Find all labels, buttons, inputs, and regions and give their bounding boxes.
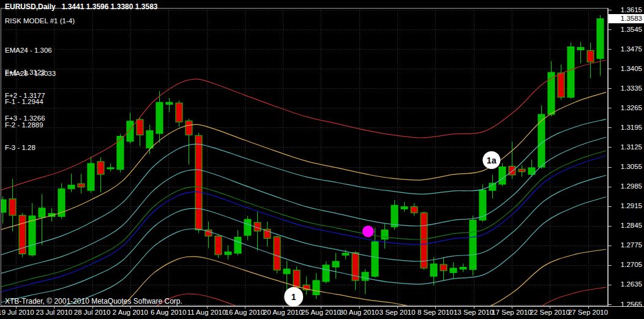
- candle-body-up: [430, 264, 437, 276]
- candle-body-up: [283, 269, 290, 274]
- candle-body-up: [88, 163, 94, 190]
- candle-body-down: [78, 184, 84, 187]
- candle-body-down: [185, 121, 192, 135]
- candle-body-down: [558, 73, 564, 97]
- candle-body-up: [567, 47, 574, 97]
- candle-body-down: [195, 135, 202, 230]
- price-axis-label: 1.2775: [621, 241, 642, 249]
- F-1-cyan-band: [0, 175, 606, 302]
- candle-body-up: [225, 252, 231, 255]
- candle-body-down: [215, 236, 222, 255]
- candle-body-up: [39, 208, 45, 217]
- price-axis-label: 1.3195: [621, 124, 642, 132]
- date-axis-label: 22 Sep 2010: [530, 309, 570, 316]
- candle-body-up: [401, 207, 408, 209]
- candle-body-down: [97, 162, 104, 175]
- price-axis-label: 1.2705: [621, 261, 642, 269]
- date-axis-label: 13 Sep 2010: [454, 309, 493, 316]
- candle-body-up: [391, 205, 398, 227]
- candle-body-down: [421, 213, 427, 268]
- candle-body-up: [597, 19, 604, 59]
- candle-body-down: [519, 169, 525, 171]
- price-axis-label: 1.3055: [621, 163, 642, 171]
- candle-body-up: [577, 47, 584, 50]
- price-axis-label: 1.2845: [621, 222, 642, 230]
- indicator-title: RISK MODEL #1 (1-4): [5, 17, 75, 25]
- candle-body-up: [234, 238, 241, 253]
- date-axis-label: 30 Aug 2010: [339, 309, 379, 316]
- candle-body-up: [470, 220, 476, 270]
- candle-body-up: [460, 268, 466, 269]
- candle-body-up: [362, 272, 369, 280]
- candle-body-down: [411, 207, 417, 213]
- candle-body-down: [440, 265, 447, 271]
- candle-body-up: [244, 219, 251, 235]
- date-axis-label: 19 Jul 2010: [0, 309, 34, 316]
- price-axis-label: 1.3475: [621, 45, 642, 53]
- current-price-tag: 1.3583: [608, 14, 644, 23]
- date-axis-label: 28 Jul 2010: [74, 309, 110, 316]
- trading-chart-window: 11a EURUSD,Daily1.3441 1.3596 1.3380 1.3…: [0, 0, 644, 319]
- price-axis-label: 1.3335: [621, 84, 642, 92]
- time-axis[interactable]: 19 Jul 201023 Jul 201028 Jul 20102 Aug 2…: [0, 307, 644, 319]
- magenta-dot-marker: [362, 225, 374, 237]
- f-minus-2-label: F-2 - 1.2889: [5, 121, 43, 129]
- f-minus-1-label: F-1 - 1.2944: [5, 98, 43, 106]
- price-axis[interactable]: 1.36151.35451.34751.34051.33351.32651.31…: [608, 0, 644, 306]
- candle-body-down: [137, 119, 143, 135]
- candle-body-up: [313, 280, 320, 295]
- f-plus-1-label: F+1 - 1.3122: [5, 69, 45, 77]
- ohlc-values-label: 1.3441 1.3596 1.3380 1.3583: [62, 2, 158, 11]
- date-axis-label: 3 Sep 2010: [380, 309, 416, 316]
- candle-body-up: [381, 230, 388, 239]
- platform-copyright-label: XTB-Trader, © 2001-2010 MetaQuotes Softw…: [5, 298, 182, 306]
- date-axis-label: 11 Aug 2010: [187, 309, 227, 316]
- candle-body-up: [372, 242, 378, 276]
- symbol-title-bar: EURUSD,Daily1.3441 1.3596 1.3380 1.3583: [5, 3, 164, 11]
- candle-body-up: [538, 114, 545, 167]
- candle-body-up: [127, 121, 133, 141]
- date-axis-label: 25 Aug 2010: [301, 309, 341, 316]
- candle-body-up: [68, 185, 75, 189]
- price-axis-label: 1.2985: [621, 182, 642, 190]
- price-axis-label: 1.2915: [621, 202, 642, 210]
- candle-body-up: [29, 216, 36, 255]
- date-axis-label: 17 Sep 2010: [492, 309, 531, 316]
- candle-body-down: [9, 199, 16, 216]
- candle-body-up: [332, 261, 339, 267]
- price-axis-label: 1.3615: [621, 6, 642, 14]
- balloon-marker-label: 1: [291, 292, 296, 302]
- candlestick-chart-canvas[interactable]: 11a: [0, 0, 644, 319]
- f-minus-3-label: F-3 - 1.28: [5, 144, 43, 152]
- candles-layer: [0, 15, 604, 299]
- candle-body-up: [499, 167, 506, 184]
- candle-body-up: [107, 168, 114, 169]
- candle-body-down: [274, 237, 280, 271]
- f-minus-values-block: F-1 - 1.2944 F-2 - 1.2889 F-3 - 1.28: [5, 83, 43, 167]
- candle-body-down: [587, 50, 594, 62]
- price-axis-label: 1.2635: [621, 280, 642, 288]
- candle-body-up: [323, 265, 329, 282]
- date-axis-label: 8 Sep 2010: [417, 309, 454, 316]
- candle-body-up: [489, 183, 496, 190]
- candle-body-up: [342, 253, 349, 255]
- price-axis-label: 1.3545: [621, 26, 642, 34]
- candle-body-up: [146, 130, 153, 148]
- date-axis-label: 6 Aug 2010: [151, 309, 186, 316]
- candle-body-up: [450, 268, 457, 272]
- symbol-timeframe-label: EURUSD,Daily: [5, 2, 56, 11]
- candle-body-down: [509, 167, 515, 175]
- date-axis-label: 27 Sep 2010: [568, 309, 608, 316]
- candle-body-down: [176, 103, 182, 122]
- date-axis-label: 23 Jul 2010: [36, 309, 72, 316]
- price-axis-label: 1.3405: [621, 65, 642, 73]
- price-axis-label: 1.3125: [621, 143, 642, 151]
- date-axis-label: 20 Aug 2010: [263, 309, 303, 316]
- candle-body-up: [156, 102, 163, 133]
- candle-body-down: [293, 270, 300, 287]
- candle-body-up: [166, 102, 173, 104]
- date-axis-label: 16 Aug 2010: [225, 309, 265, 316]
- date-axis-label: 2 Aug 2010: [113, 309, 148, 316]
- balloon-marker-label: 1a: [487, 156, 496, 165]
- price-axis-label: 1.3265: [621, 104, 642, 112]
